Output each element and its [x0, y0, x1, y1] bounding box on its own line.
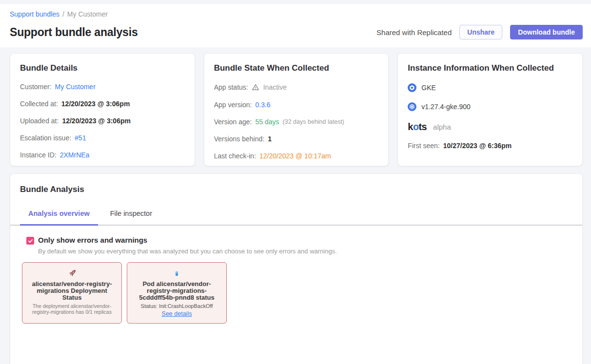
escalation-issue-row: Escalation issue: #51 [20, 134, 185, 141]
unshare-button[interactable]: Unshare [459, 25, 502, 39]
app-status-value: Inactive [263, 84, 287, 91]
warning-icon [252, 83, 259, 91]
kots-channel-label: alpha [433, 123, 451, 131]
uploaded-at-value: 12/20/2023 @ 3:06pm [62, 117, 131, 124]
instance-info-title: Instance Information When Collected [408, 63, 572, 73]
gke-icon [408, 83, 416, 92]
last-checkin-value: 12/20/2023 @ 10:17am [259, 153, 331, 159]
tab-analysis-overview[interactable]: Analysis overview [20, 210, 98, 226]
distribution-value: GKE [421, 84, 436, 91]
versions-behind-value: 1 [268, 135, 272, 142]
app-version-label: App version: [214, 101, 252, 108]
analysis-card-title: Pod alicenstar/vendor-registry-migration… [131, 281, 222, 301]
summary-cards-row: Bundle Details Customer: My Customer Col… [0, 47, 591, 166]
version-age-value: 55 days [256, 118, 279, 125]
versions-behind-label: Versions behind: [214, 135, 265, 142]
bundle-analysis-panel: Bundle Analysis Analysis overview File i… [10, 173, 583, 364]
customer-label: Customer: [20, 83, 52, 90]
errors-filter-row: Only show errors and warnings By default… [26, 236, 572, 255]
bundle-details-card: Bundle Details Customer: My Customer Col… [10, 53, 195, 166]
bundle-state-card: Bundle State When Collected App status: … [204, 53, 389, 166]
analysis-card-deployment-status[interactable]: alicenstar/vendor-registry-migrations De… [22, 262, 122, 324]
analysis-results: alicenstar/vendor-registry-migrations De… [22, 262, 572, 324]
shared-status-text: Shared with Replicated [376, 28, 452, 37]
breadcrumb-link-support-bundles[interactable]: Support bundles [10, 10, 59, 18]
app-version-link[interactable]: 0.3.6 [256, 101, 271, 108]
see-details-link[interactable]: See details [162, 310, 192, 317]
escalation-issue-link[interactable]: #51 [75, 134, 86, 141]
app-status-row: App status: Inactive [214, 83, 379, 91]
support-bundle-analysis-page: { "colors": { "accent_purple": "#6a6fdd"… [0, 0, 591, 364]
distribution-row: GKE [408, 83, 572, 92]
kots-logo: kots [408, 122, 427, 131]
analysis-card-message: The deployment alicenstar/vendor-registr… [26, 303, 118, 315]
first-seen-value: 10/27/2023 @ 6:36pm [443, 142, 512, 149]
header: Support bundles / My Customer Support bu… [0, 4, 591, 47]
only-errors-description: By default we show you everything that w… [38, 248, 337, 255]
bundle-analysis-title: Bundle Analysis [10, 185, 582, 194]
first-seen-label: First seen: [408, 142, 439, 149]
bundle-state-title: Bundle State When Collected [214, 63, 379, 73]
analysis-card-title: alicenstar/vendor-registry-migrations De… [26, 281, 118, 301]
pod-icon [176, 268, 178, 279]
collected-at-label: Collected at: [20, 100, 58, 107]
download-bundle-button[interactable]: Download bundle [510, 25, 583, 39]
page-title: Support bundle analysis [10, 26, 138, 39]
instance-id-link[interactable]: 2XMrNEa [60, 152, 90, 158]
analysis-card-pod-status[interactable]: Pod alicenstar/vendor-registry-migration… [127, 262, 227, 324]
app-status-label: App status: [214, 84, 248, 91]
customer-link[interactable]: My Customer [55, 83, 96, 90]
collected-at-value: 12/20/2023 @ 3:06pm [61, 100, 130, 107]
collected-at-row: Collected at: 12/20/2023 @ 3:06pm [20, 100, 185, 107]
tab-file-inspector[interactable]: File inspector [102, 210, 160, 225]
uploaded-at-label: Uploaded at: [20, 117, 59, 124]
rocket-icon [67, 268, 78, 279]
breadcrumb-separator: / [62, 10, 64, 18]
customer-row: Customer: My Customer [20, 83, 185, 90]
kubernetes-icon [408, 102, 416, 111]
bundle-details-title: Bundle Details [20, 63, 185, 73]
uploaded-at-row: Uploaded at: 12/20/2023 @ 3:06pm [20, 117, 185, 124]
instance-info-card: Instance Information When Collected GKE … [397, 53, 583, 166]
versions-behind-row: Versions behind: 1 [214, 135, 379, 142]
breadcrumb-current: My Customer [67, 10, 108, 18]
kots-row: kots alpha [408, 122, 572, 131]
analysis-tabs: Analysis overview File inspector [10, 210, 582, 226]
version-age-note: (32 days behind latest) [283, 119, 344, 125]
version-age-row: Version age: 55 days (32 days behind lat… [214, 118, 379, 125]
version-age-label: Version age: [214, 118, 252, 125]
app-version-row: App version: 0.3.6 [214, 101, 379, 108]
instance-id-label: Instance ID: [20, 152, 57, 158]
escalation-issue-label: Escalation issue: [20, 134, 71, 141]
breadcrumb: Support bundles / My Customer [10, 10, 583, 18]
analysis-card-status: Status: Init:CrashLoopBackOff [141, 303, 213, 309]
only-errors-checkbox[interactable] [26, 237, 34, 245]
k8s-version-value: v1.27.4-gke.900 [421, 103, 470, 110]
instance-id-row: Instance ID: 2XMrNEa [20, 152, 185, 158]
k8s-version-row: v1.27.4-gke.900 [408, 102, 572, 111]
first-seen-row: First seen: 10/27/2023 @ 6:36pm [408, 142, 572, 149]
last-checkin-label: Last check-in: [214, 153, 256, 159]
only-errors-label[interactable]: Only show errors and warnings [38, 236, 337, 244]
last-checkin-row: Last check-in: 12/20/2023 @ 10:17am [214, 153, 379, 159]
